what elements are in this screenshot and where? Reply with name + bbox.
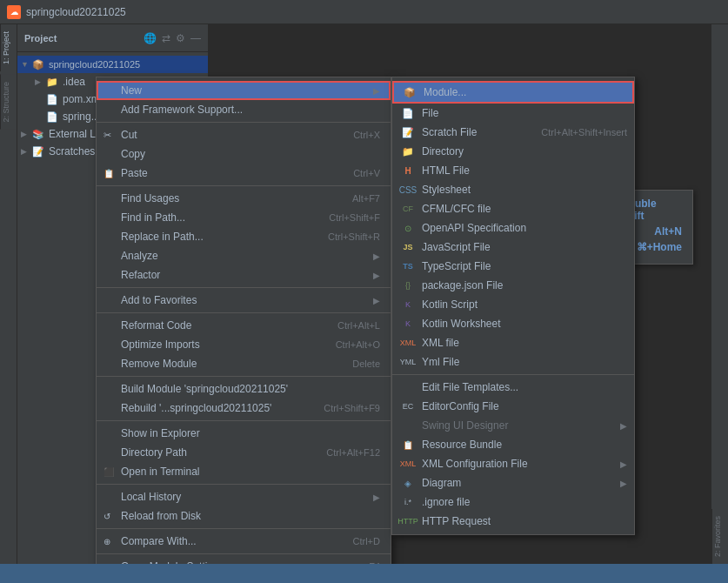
scratch-icon: 📝 bbox=[31, 144, 45, 158]
scratch-new-icon: 📝 bbox=[399, 125, 417, 139]
menu-item-add-framework[interactable]: Add Framework Support... bbox=[97, 100, 391, 119]
ide-frame: ☁ springcloud20211025 1: Project 2: Stru… bbox=[0, 0, 728, 583]
menu-item-find-usages[interactable]: Find Usages Alt+F7 bbox=[97, 189, 391, 208]
menu-item-rebuild[interactable]: Rebuild '...springcloud20211025' Ctrl+Sh… bbox=[97, 399, 391, 418]
menu-new-label: New bbox=[121, 84, 370, 97]
menu-optimize-label: Optimize Imports bbox=[121, 338, 318, 351]
sidebar-gear-icon[interactable]: ⚙ bbox=[176, 32, 185, 44]
submenu-kotlin-script-label: Kotlin Script bbox=[422, 298, 627, 311]
menu-find-path-shortcut: Ctrl+Shift+F bbox=[329, 212, 380, 223]
submenu-item-kotlin-script[interactable]: K Kotlin Script bbox=[392, 295, 634, 314]
menu-new-arrow: ▶ bbox=[373, 86, 380, 96]
submenu-item-openapi[interactable]: ⊙ OpenAPI Specification bbox=[392, 218, 634, 238]
search-new-shortcut: Alt+N bbox=[654, 225, 682, 238]
menu-module-settings-label: Open Module Settings bbox=[121, 560, 351, 564]
submenu-swing-arrow: ▶ bbox=[620, 421, 627, 431]
submenu-gitignore-label: .ignore file bbox=[422, 496, 627, 508]
sidebar-minimize-icon[interactable]: — bbox=[190, 32, 201, 44]
submenu-sep-1 bbox=[392, 374, 634, 375]
menu-favorites-label: Add to Favorites bbox=[121, 294, 370, 306]
sidebar-swap-icon[interactable]: ⇄ bbox=[162, 32, 170, 44]
submenu-ts-label: TypeScript File bbox=[422, 260, 627, 272]
structure-tab[interactable]: 2: Structure bbox=[0, 75, 17, 130]
menu-sep-8 bbox=[97, 528, 391, 529]
app-icon: ☁ bbox=[7, 5, 21, 19]
sidebar-globe-icon[interactable]: 🌐 bbox=[144, 32, 157, 44]
menu-item-add-favorites[interactable]: Add to Favorites ▶ bbox=[97, 291, 391, 310]
submenu-item-editorconfig[interactable]: EC EditorConfig File bbox=[392, 397, 634, 416]
submenu-item-kotlin-ws[interactable]: K Kotlin Worksheet bbox=[392, 314, 634, 333]
submenu-item-ts[interactable]: TS TypeScript File bbox=[392, 257, 634, 276]
context-menu: New ▶ Add Framework Support... ✂ Cut Ctr… bbox=[96, 77, 391, 564]
submenu-edit-templates-label: Edit File Templates... bbox=[422, 381, 627, 393]
xml-new-icon: XML bbox=[399, 336, 417, 350]
menu-replace-path-shortcut: Ctrl+Shift+R bbox=[328, 231, 380, 242]
submenu-item-xmlconf[interactable]: XML XML Configuration File ▶ bbox=[392, 454, 634, 473]
submenu-item-swing[interactable]: Swing UI Designer ▶ bbox=[392, 416, 634, 435]
menu-item-show-explorer[interactable]: Show in Explorer bbox=[97, 424, 391, 443]
tree-arrow-scratches: ▶ bbox=[21, 147, 31, 156]
menu-item-optimize[interactable]: Optimize Imports Ctrl+Alt+O bbox=[97, 335, 391, 354]
kotlin-script-icon: K bbox=[399, 298, 417, 312]
menu-item-compare[interactable]: ⊕ Compare With... Ctrl+D bbox=[97, 532, 391, 551]
submenu-js-label: JavaScript File bbox=[422, 241, 627, 253]
tree-label-idea: .idea bbox=[63, 76, 85, 88]
submenu-css-label: Stylesheet bbox=[422, 184, 627, 196]
menu-item-open-terminal[interactable]: ⬛ Open in Terminal bbox=[97, 462, 391, 481]
menu-item-refactor[interactable]: Refactor ▶ bbox=[97, 265, 391, 285]
menu-item-reformat[interactable]: Reformat Code Ctrl+Alt+L bbox=[97, 316, 391, 335]
submenu-item-dir[interactable]: 📁 Directory bbox=[392, 142, 634, 161]
menu-refactor-arrow: ▶ bbox=[373, 271, 380, 280]
menu-sep-2 bbox=[97, 185, 391, 186]
menu-cut-label: Cut bbox=[121, 129, 336, 141]
diagram-icon: ◈ bbox=[399, 476, 417, 490]
http-icon: HTTP bbox=[399, 514, 417, 528]
sidebar-title: Project bbox=[24, 33, 57, 44]
folder-icon-idea: 📁 bbox=[45, 75, 59, 89]
menu-item-replace-in-path[interactable]: Replace in Path... Ctrl+Shift+R bbox=[97, 227, 391, 246]
menu-item-dir-path[interactable]: Directory Path Ctrl+Alt+F12 bbox=[97, 443, 391, 462]
menu-sep-6 bbox=[97, 420, 391, 421]
menu-item-cut[interactable]: ✂ Cut Ctrl+X bbox=[97, 125, 391, 144]
menu-item-new[interactable]: New ▶ bbox=[97, 81, 391, 100]
submenu-cfml-label: CFML/CFC file bbox=[422, 203, 627, 215]
tree-item-root[interactable]: ▼ 📦 springcloud20211025 bbox=[17, 56, 208, 73]
submenu-item-diagram[interactable]: ◈ Diagram ▶ bbox=[392, 473, 634, 493]
submenu-item-module[interactable]: 📦 Module... bbox=[392, 81, 634, 104]
submenu-item-edit-templates[interactable]: Edit File Templates... bbox=[392, 378, 634, 397]
submenu-item-file[interactable]: 📄 File bbox=[392, 104, 634, 123]
menu-item-analyze[interactable]: Analyze ▶ bbox=[97, 246, 391, 265]
menu-sep-7 bbox=[97, 484, 391, 485]
menu-item-reload[interactable]: ↺ Reload from Disk bbox=[97, 506, 391, 526]
submenu-item-js[interactable]: JS JavaScript File bbox=[392, 238, 634, 257]
submenu-item-http[interactable]: HTTP HTTP Request bbox=[392, 512, 634, 531]
submenu-item-yml[interactable]: YML Yml File bbox=[392, 352, 634, 372]
favorites-tab[interactable]: 2: Favorites bbox=[711, 509, 728, 564]
menu-copy-label: Copy bbox=[121, 148, 380, 160]
submenu-item-gitignore[interactable]: i.* .ignore file bbox=[392, 493, 634, 512]
submenu-http-label: HTTP Request bbox=[422, 515, 627, 527]
project-tab[interactable]: 1: Project bbox=[0, 24, 17, 71]
menu-item-paste[interactable]: 📋 Paste Ctrl+V bbox=[97, 164, 391, 183]
menu-item-remove-module[interactable]: Remove Module Delete bbox=[97, 354, 391, 373]
menu-item-module-settings[interactable]: Open Module Settings F4 bbox=[97, 557, 391, 564]
submenu-item-xml[interactable]: XML XML file bbox=[392, 333, 634, 352]
menu-item-local-history[interactable]: Local History ▶ bbox=[97, 487, 391, 506]
submenu-item-resource[interactable]: 📋 Resource Bundle bbox=[392, 435, 634, 454]
submenu-item-cfml[interactable]: CF CFML/CFC file bbox=[392, 199, 634, 218]
submenu-item-html[interactable]: H HTML File bbox=[392, 161, 634, 180]
menu-optimize-shortcut: Ctrl+Alt+O bbox=[336, 339, 380, 350]
menu-build-label: Build Module 'springcloud20211025' bbox=[121, 383, 380, 395]
menu-item-copy[interactable]: Copy bbox=[97, 144, 391, 164]
menu-item-build-module[interactable]: Build Module 'springcloud20211025' bbox=[97, 379, 391, 399]
submenu-item-scratch[interactable]: 📝 Scratch File Ctrl+Alt+Shift+Insert bbox=[392, 123, 634, 142]
sidebar-toolbar: Project 🌐 ⇄ ⚙ — bbox=[17, 24, 208, 52]
dir-new-icon: 📁 bbox=[399, 144, 417, 158]
tree-arrow-external: ▶ bbox=[21, 130, 31, 138]
submenu-item-css[interactable]: CSS Stylesheet bbox=[392, 180, 634, 199]
menu-item-find-in-path[interactable]: Find in Path... Ctrl+Shift+F bbox=[97, 208, 391, 227]
tree-label-spring: spring... bbox=[63, 111, 100, 123]
submenu-diagram-arrow: ▶ bbox=[620, 479, 627, 488]
menu-show-explorer-label: Show in Explorer bbox=[121, 427, 380, 439]
submenu-item-pkg[interactable]: {} package.json File bbox=[392, 276, 634, 295]
